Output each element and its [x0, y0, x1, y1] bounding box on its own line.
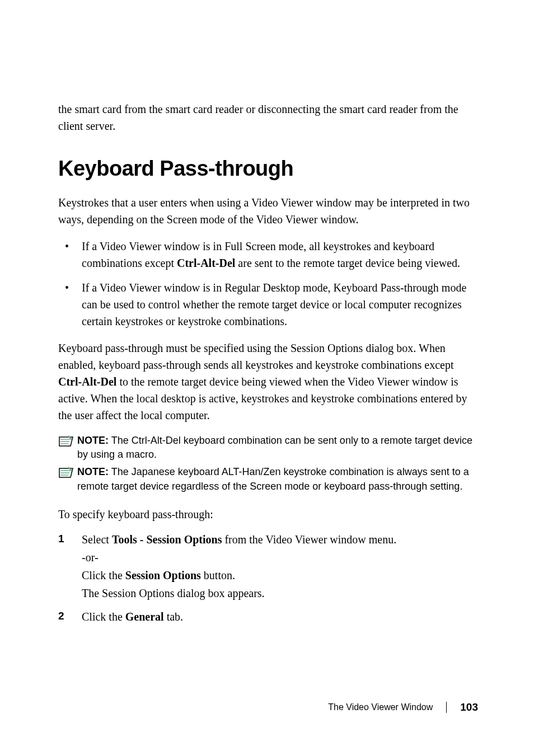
step-line3-pre: Click the: [82, 569, 125, 581]
bullet-text-bold: Ctrl-Alt-Del: [177, 257, 235, 269]
step-line4: The Session Options dialog box appears.: [82, 584, 478, 602]
bullet-text-post: are sent to the remote target device bei…: [235, 257, 460, 269]
note-label: NOTE:: [77, 435, 109, 446]
note-icon: [58, 435, 74, 448]
bullet-list: If a Video Viewer window is in Full Scre…: [58, 238, 478, 330]
paragraph-intro: Keystrokes that a user enters when using…: [58, 194, 478, 228]
step-text-post: tab.: [164, 611, 183, 623]
step-number: 2: [58, 608, 64, 624]
note-text: NOTE: The Japanese keyboard ALT-Han/Zen …: [77, 465, 478, 493]
note-text: NOTE: The Ctrl-Alt-Del keyboard combinat…: [77, 434, 478, 462]
step-line3-bold: Session Options: [125, 569, 201, 581]
numbered-steps: 1 Select Tools - Session Options from th…: [58, 530, 478, 626]
note-body: The Japanese keyboard ALT-Han/Zen keystr…: [77, 466, 469, 491]
note-block: NOTE: The Ctrl-Alt-Del keyboard combinat…: [58, 434, 478, 462]
paragraph-passthrough-explain: Keyboard pass-through must be specified …: [58, 340, 478, 424]
step-number: 1: [58, 530, 64, 547]
step-line3-post: button.: [201, 569, 235, 581]
step-text-bold: General: [125, 611, 164, 623]
intro-continuation: the smart card from the smart card reade…: [58, 101, 478, 134]
specify-intro: To specify keyboard pass-through:: [58, 506, 478, 523]
bullet-item: If a Video Viewer window is in Regular D…: [58, 279, 478, 330]
bullet-item: If a Video Viewer window is in Full Scre…: [58, 238, 478, 271]
note-label: NOTE:: [77, 466, 109, 477]
footer-separator: [446, 702, 447, 713]
heading-keyboard-passthrough: Keyboard Pass-through: [58, 157, 478, 181]
bullet-text-pre: If a Video Viewer window is in Regular D…: [82, 281, 466, 327]
step-text-post: from the Video Viewer window menu.: [222, 533, 396, 546]
footer-section-title: The Video Viewer Window: [328, 702, 433, 712]
step-text-pre: Select: [82, 533, 112, 546]
para-text-pre: Keyboard pass-through must be specified …: [58, 342, 453, 371]
step-or: -or-: [82, 548, 478, 566]
para-text-bold: Ctrl-Alt-Del: [58, 375, 116, 388]
step-item: 2 Click the General tab.: [58, 608, 478, 626]
footer-page-number: 103: [460, 701, 478, 713]
note-block: NOTE: The Japanese keyboard ALT-Han/Zen …: [58, 465, 478, 493]
step-item: 1 Select Tools - Session Options from th…: [58, 530, 478, 602]
step-text-pre: Click the: [82, 611, 125, 623]
note-icon: [58, 466, 74, 480]
step-text-bold: Tools - Session Options: [112, 533, 222, 546]
note-body: The Ctrl-Alt-Del keyboard combination ca…: [77, 435, 472, 460]
para-text-post: to the remote target device being viewed…: [58, 375, 467, 421]
page-footer: The Video Viewer Window 103: [328, 701, 478, 713]
